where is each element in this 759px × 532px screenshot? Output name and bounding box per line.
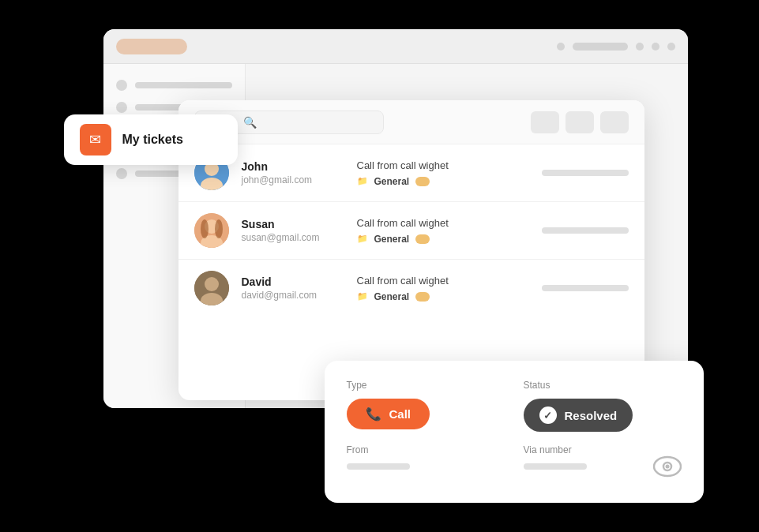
call-icon: 📞 [366, 406, 381, 421]
titlebar-dot-3 [652, 43, 659, 51]
header-btn-1[interactable] [531, 111, 559, 133]
david-status-dot [415, 292, 430, 302]
svg-point-7 [215, 219, 223, 238]
titlebar-pill [116, 39, 187, 54]
folder-icon-susan: 📁 [357, 234, 368, 244]
eye-icon[interactable] [653, 455, 682, 481]
contact-info-david: David david@gmail.com [242, 275, 344, 301]
ticket-subject-susan: Call from call wighet 📁 General [357, 217, 529, 245]
contact-info-susan: Susan susan@gmail.com [242, 218, 344, 243]
ticket-header: Search 🔍 [178, 100, 644, 144]
john-meta: 📁 General [357, 176, 529, 187]
folder-icon-john: 📁 [357, 176, 368, 186]
svg-point-9 [205, 277, 219, 291]
susan-status-dot [415, 234, 430, 244]
susan-ticket-bar [542, 227, 629, 234]
titlebar-dot-1 [557, 43, 565, 51]
via-number-bar [524, 463, 587, 470]
call-button[interactable]: 📞 Call [347, 399, 430, 429]
header-btn-group [531, 111, 629, 133]
checkmark-icon: ✓ [543, 410, 552, 421]
sidebar-bg-item-1 [116, 80, 232, 91]
ticket-window: Search 🔍 John john@gmail.com [178, 100, 644, 400]
sidebar-circle-1 [116, 80, 127, 91]
susan-category: General [374, 234, 410, 245]
john-subject: Call from call wighet [357, 159, 529, 171]
resolved-button-label: Resolved [565, 409, 618, 422]
david-email: david@gmail.com [242, 290, 344, 301]
via-number-label: Via number [524, 444, 682, 455]
status-section: Status ✓ Resolved [524, 380, 682, 432]
susan-email: susan@gmail.com [242, 232, 344, 243]
ticket-row-john[interactable]: John john@gmail.com Call from call wighe… [178, 144, 644, 202]
sidebar-line-1 [135, 82, 232, 88]
browser-titlebar [103, 29, 688, 64]
search-icon: 🔍 [243, 116, 257, 129]
david-category: General [374, 291, 410, 302]
susan-subject: Call from call wighet [357, 217, 529, 229]
header-btn-2[interactable] [565, 111, 594, 133]
john-name: John [242, 160, 344, 173]
susan-name: Susan [242, 218, 344, 230]
my-tickets-label: My tickets [122, 133, 183, 147]
avatar-susan [194, 213, 229, 248]
ticket-subject-john: Call from call wighet 📁 General [357, 159, 529, 187]
status-label: Status [524, 380, 682, 391]
header-btn-3[interactable] [600, 111, 629, 133]
john-category: General [374, 176, 410, 187]
folder-icon-david: 📁 [357, 291, 368, 302]
ticket-row-susan[interactable]: Susan susan@gmail.com Call from call wig… [178, 202, 644, 260]
svg-point-13 [665, 465, 669, 469]
my-tickets-card: ✉ My tickets [64, 114, 238, 165]
titlebar-dot-4 [667, 43, 675, 51]
contact-info-john: John john@gmail.com [242, 160, 344, 185]
david-meta: 📁 General [357, 291, 529, 302]
ticket-subject-david: Call from call wighet 📁 General [357, 275, 529, 302]
envelope-icon: ✉ [89, 131, 101, 148]
david-subject: Call from call wighet [357, 275, 529, 287]
type-section: Type 📞 Call [347, 380, 505, 432]
from-bar [347, 463, 410, 470]
detail-grid: Type 📞 Call Status ✓ Resolved [347, 380, 682, 432]
sidebar-circle-2 [116, 102, 127, 113]
titlebar-dots [557, 43, 675, 51]
sidebar-circle-5 [116, 168, 127, 179]
john-email: john@gmail.com [242, 174, 344, 185]
from-label: From [347, 444, 505, 455]
envelope-icon-box: ✉ [80, 124, 111, 155]
ticket-row-david[interactable]: David david@gmail.com Call from call wig… [178, 260, 644, 317]
detail-bottom: From Via number [347, 444, 682, 470]
susan-meta: 📁 General [357, 234, 529, 245]
john-status-dot [415, 177, 430, 186]
type-label: Type [347, 380, 505, 391]
resolved-button[interactable]: ✓ Resolved [524, 399, 633, 432]
david-name: David [242, 275, 344, 288]
john-ticket-bar [542, 170, 629, 176]
avatar-david [194, 271, 229, 305]
call-button-label: Call [389, 407, 411, 421]
from-section: From [347, 444, 505, 470]
svg-point-6 [201, 219, 209, 238]
check-circle: ✓ [539, 406, 557, 424]
titlebar-bar [573, 43, 628, 51]
david-ticket-bar [542, 285, 629, 291]
detail-card: Type 📞 Call Status ✓ Resolved From [325, 361, 704, 503]
titlebar-dot-2 [636, 43, 644, 51]
